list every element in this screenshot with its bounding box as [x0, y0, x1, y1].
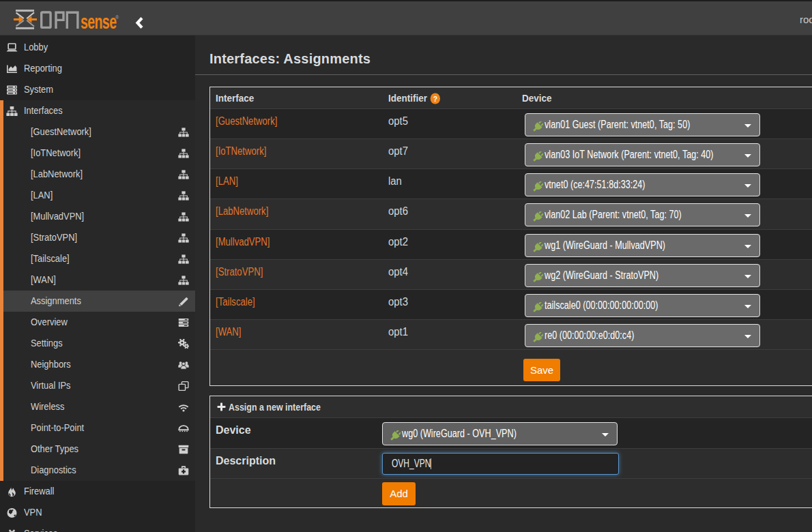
svg-text:®: ® — [115, 15, 119, 20]
svg-text:?: ? — [433, 94, 437, 103]
svg-text:sense: sense — [81, 10, 117, 31]
